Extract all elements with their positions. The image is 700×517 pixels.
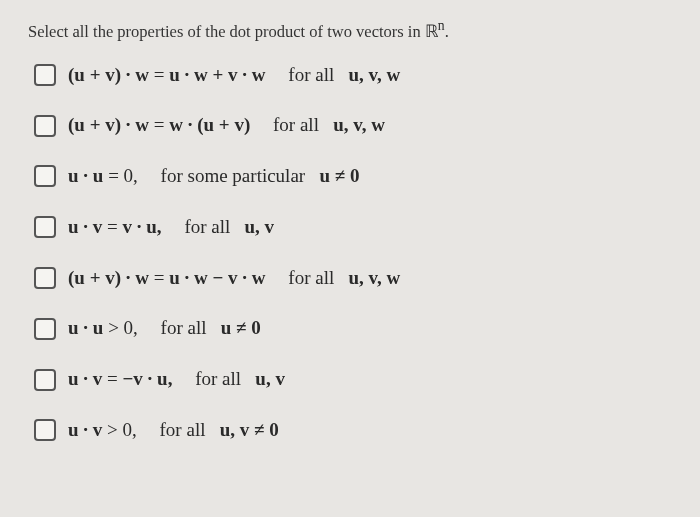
expr-lhs: (u + v) · w (68, 114, 149, 135)
checkbox[interactable] (34, 267, 56, 289)
option-row: u · u = 0, for some particular u ≠ 0 (34, 165, 672, 188)
checkbox[interactable] (34, 369, 56, 391)
question-container: Select all the properties of the dot pro… (0, 0, 700, 452)
option-row: u · u > 0, for all u ≠ 0 (34, 317, 672, 340)
checkbox[interactable] (34, 318, 56, 340)
expr-lhs: u · u (68, 165, 103, 186)
quant-vars: u, v ≠ 0 (220, 419, 279, 440)
checkbox[interactable] (34, 216, 56, 238)
expr-eq: = (103, 165, 123, 186)
expr-eq: = (149, 64, 169, 85)
expr-lhs: (u + v) · w (68, 267, 149, 288)
expr-eq: = (149, 114, 169, 135)
quant-vars: u, v, w (333, 114, 385, 135)
quant-vars: u, v (255, 368, 285, 389)
checkbox[interactable] (34, 115, 56, 137)
option-expression: u · v = −v · u, for all u, v (68, 368, 285, 391)
prompt-text: Select all the properties of the dot pro… (28, 22, 425, 41)
expr-lhs: u · v (68, 419, 102, 440)
option-expression: u · v > 0, for all u, v ≠ 0 (68, 419, 279, 442)
prompt-period: . (445, 22, 449, 41)
expr-rhs: w · (u + v) (169, 114, 250, 135)
expr-lhs: u · u (68, 317, 103, 338)
real-symbol: ℝ (425, 22, 438, 41)
option-expression: (u + v) · w = u · w + v · w for all u, v… (68, 64, 400, 87)
question-prompt: Select all the properties of the dot pro… (28, 18, 672, 42)
option-expression: u · u > 0, for all u ≠ 0 (68, 317, 261, 340)
option-row: (u + v) · w = w · (u + v) for all u, v, … (34, 114, 672, 137)
expr-eq: > (103, 317, 123, 338)
option-expression: u · v = v · u, for all u, v (68, 216, 274, 239)
checkbox[interactable] (34, 165, 56, 187)
expr-rhs: u · w + v · w (169, 64, 265, 85)
expr-rhs: v · u, (123, 216, 162, 237)
expr-eq: = (149, 267, 169, 288)
exponent-n: n (438, 18, 445, 33)
expr-lhs: (u + v) · w (68, 64, 149, 85)
quantifier: for all (288, 267, 334, 288)
quant-vars: u ≠ 0 (319, 165, 359, 186)
quant-vars: u, v (245, 216, 275, 237)
expr-eq: > (102, 419, 122, 440)
expr-lhs: u · v (68, 216, 102, 237)
quantifier: for all (184, 216, 230, 237)
quantifier: for all (195, 368, 241, 389)
option-expression: u · u = 0, for some particular u ≠ 0 (68, 165, 359, 188)
quantifier: for all (160, 419, 206, 440)
quant-vars: u, v, w (349, 64, 401, 85)
quantifier: for all (161, 317, 207, 338)
expr-rhs-plain: 0, (124, 317, 138, 338)
option-row: (u + v) · w = u · w + v · w for all u, v… (34, 64, 672, 87)
option-row: u · v = −v · u, for all u, v (34, 368, 672, 391)
quantifier: for some particular (161, 165, 306, 186)
expr-lhs: u · v (68, 368, 102, 389)
expr-eq: = (102, 368, 122, 389)
quantifier: for all (273, 114, 319, 135)
expr-rhs-plain: 0, (123, 419, 137, 440)
checkbox[interactable] (34, 64, 56, 86)
option-row: u · v > 0, for all u, v ≠ 0 (34, 419, 672, 442)
option-expression: (u + v) · w = w · (u + v) for all u, v, … (68, 114, 385, 137)
option-expression: (u + v) · w = u · w − v · w for all u, v… (68, 267, 400, 290)
quantifier: for all (288, 64, 334, 85)
quant-vars: u, v, w (349, 267, 401, 288)
expr-rhs-plain: 0, (124, 165, 138, 186)
option-row: u · v = v · u, for all u, v (34, 216, 672, 239)
expr-rhs: −v · u, (123, 368, 173, 389)
checkbox[interactable] (34, 419, 56, 441)
quant-vars: u ≠ 0 (221, 317, 261, 338)
option-row: (u + v) · w = u · w − v · w for all u, v… (34, 267, 672, 290)
expr-eq: = (102, 216, 122, 237)
expr-rhs: u · w − v · w (169, 267, 265, 288)
